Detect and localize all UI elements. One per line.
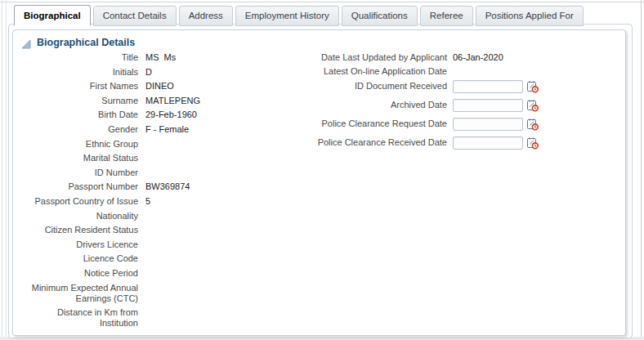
field-value: D bbox=[145, 67, 152, 78]
field-row-surname: SurnameMATLEPENG bbox=[17, 96, 295, 106]
left-panel-border-outer bbox=[2, 0, 2, 340]
field-label: Police Clearance Request Date bbox=[311, 119, 447, 129]
field-label: ID Document Received bbox=[311, 81, 447, 92]
date-input-group bbox=[453, 136, 539, 150]
date-picker-icon[interactable] bbox=[526, 99, 539, 112]
field-row-distance-from-institution: Distance in Km from Institution bbox=[17, 307, 295, 329]
date-picker-icon[interactable] bbox=[526, 118, 539, 131]
field-label: Date Last Updated by Applicant bbox=[311, 52, 447, 63]
right-window-border bbox=[641, 0, 642, 340]
archived-date-input[interactable] bbox=[453, 99, 523, 112]
field-row-marital-status: Marital Status bbox=[17, 153, 295, 163]
tab-employment-history[interactable]: Employment History bbox=[235, 6, 339, 26]
field-label: Passport Country of Issue bbox=[17, 196, 138, 207]
field-label: Birth Date bbox=[17, 110, 138, 120]
field-value: 06-Jan-2020 bbox=[453, 52, 503, 63]
field-label: Ethnic Group bbox=[17, 139, 138, 150]
date-input-group bbox=[453, 80, 539, 93]
panel-title: Biographical Details bbox=[37, 37, 135, 48]
field-row-gender: GenderF - Female bbox=[17, 124, 295, 135]
field-row-id-number: ID Number bbox=[17, 168, 295, 178]
tab-address[interactable]: Address bbox=[179, 6, 233, 26]
field-row-nationality: Nationality bbox=[17, 211, 295, 221]
tab-qualifications[interactable]: Qualifications bbox=[342, 6, 418, 26]
field-row-licence-code: Licence Code bbox=[17, 253, 295, 264]
field-label: First Names bbox=[17, 81, 138, 92]
field-row-police-clearance-request-date: Police Clearance Request Date bbox=[311, 117, 581, 131]
field-label: Latest On-line Application Date bbox=[311, 66, 447, 77]
field-label: Surname bbox=[17, 96, 138, 106]
tab-positions-applied-for[interactable]: Positions Applied For bbox=[476, 6, 584, 26]
field-label: Citizen Resident Status bbox=[17, 225, 138, 235]
police-clearance-request-date-input[interactable] bbox=[453, 118, 523, 131]
field-label: Drivers Licence bbox=[17, 239, 138, 250]
field-value: F - Female bbox=[145, 124, 189, 135]
field-label: Archived Date bbox=[311, 100, 447, 110]
police-clearance-received-date-input[interactable] bbox=[453, 136, 523, 150]
field-label: ID Number bbox=[17, 168, 138, 178]
panel-header: Biographical Details bbox=[21, 37, 135, 48]
field-row-passport-number: Passport NumberBW369874 bbox=[17, 181, 295, 192]
field-value: MATLEPENG bbox=[145, 96, 200, 106]
field-value: 29-Feb-1960 bbox=[145, 110, 197, 120]
field-row-archived-date: Archived Date bbox=[311, 98, 581, 112]
tab-bar: Biographical Contact Details Address Emp… bbox=[14, 5, 586, 26]
field-row-id-document-received: ID Document Received bbox=[311, 79, 581, 93]
field-row-latest-online-application-date: Latest On-line Application Date bbox=[311, 66, 581, 77]
collapse-triangle-icon[interactable] bbox=[21, 38, 31, 47]
id-document-received-input[interactable] bbox=[453, 80, 523, 93]
field-value: BW369874 bbox=[145, 181, 190, 192]
application-window: Biographical Contact Details Address Emp… bbox=[0, 0, 644, 340]
field-row-ethnic-group: Ethnic Group bbox=[17, 139, 295, 150]
date-picker-icon[interactable] bbox=[526, 80, 539, 93]
date-input-group bbox=[453, 118, 539, 131]
field-row-initials: InitialsD bbox=[17, 67, 295, 78]
field-label: Passport Number bbox=[17, 181, 138, 192]
field-row-date-last-updated: Date Last Updated by Applicant 06-Jan-20… bbox=[311, 52, 581, 63]
field-row-police-clearance-received-date: Police Clearance Received Date bbox=[311, 136, 581, 150]
field-row-birth-date: Birth Date29-Feb-1960 bbox=[17, 110, 295, 120]
field-row-notice-period: Notice Period bbox=[17, 268, 295, 279]
field-row-citizen-resident-status: Citizen Resident Status bbox=[17, 225, 295, 235]
left-panel-border-inner bbox=[6, 0, 7, 340]
field-row-title: TitleMS Ms bbox=[17, 52, 295, 63]
field-value: 5 bbox=[145, 196, 150, 207]
field-value: MS Ms bbox=[145, 52, 176, 63]
field-label: Nationality bbox=[17, 211, 138, 221]
window-top-border bbox=[0, 2, 644, 2]
right-field-column: Date Last Updated by Applicant 06-Jan-20… bbox=[311, 52, 581, 154]
left-field-column: TitleMS Ms InitialsD First NamesDINEO Su… bbox=[17, 52, 295, 333]
field-row-first-names: First NamesDINEO bbox=[17, 81, 295, 92]
biographical-details-panel: Biographical Details TitleMS Ms Initials… bbox=[12, 29, 626, 336]
field-label: Distance in Km from Institution bbox=[17, 307, 138, 329]
date-input-group bbox=[453, 99, 539, 112]
field-label: Licence Code bbox=[17, 253, 138, 264]
field-label: Initials bbox=[17, 67, 138, 78]
field-row-passport-country: Passport Country of Issue5 bbox=[17, 196, 295, 207]
tab-contact-details[interactable]: Contact Details bbox=[93, 6, 177, 26]
date-picker-icon[interactable] bbox=[526, 136, 539, 150]
field-label: Marital Status bbox=[17, 153, 138, 163]
tab-referee[interactable]: Referee bbox=[420, 6, 473, 26]
field-label: Notice Period bbox=[17, 268, 138, 279]
field-label: Title bbox=[17, 52, 138, 63]
field-label: Police Clearance Received Date bbox=[311, 137, 447, 148]
field-label: Minimum Expected Annual Earnings (CTC) bbox=[17, 283, 138, 304]
field-value: DINEO bbox=[145, 81, 174, 92]
field-row-minimum-expected-earnings: Minimum Expected Annual Earnings (CTC) bbox=[17, 283, 295, 304]
field-row-drivers-licence: Drivers Licence bbox=[17, 239, 295, 250]
tab-biographical[interactable]: Biographical bbox=[14, 5, 91, 26]
field-label: Gender bbox=[17, 124, 138, 135]
